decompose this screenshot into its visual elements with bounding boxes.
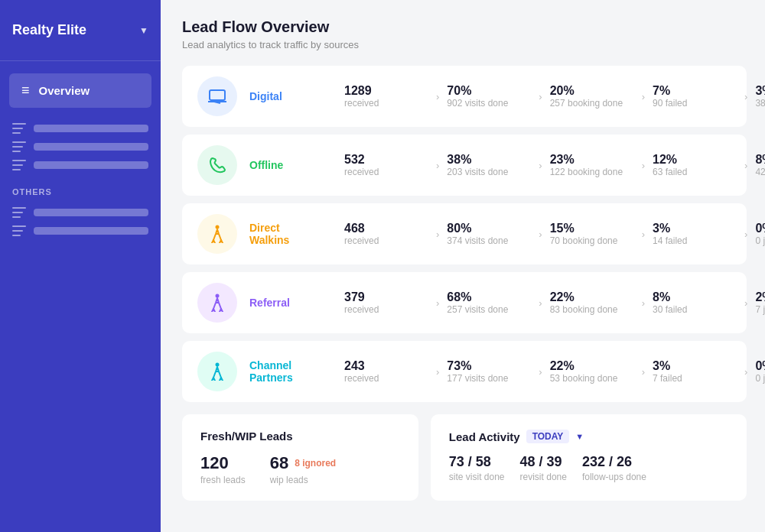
bottom-section: Fresh/WIP Leads 120 fresh leads 68 8 ign…	[182, 414, 747, 501]
channel-failed: 3% 7 failed	[653, 359, 737, 384]
lead-activity-title: Lead Activity TODAY ▼	[449, 430, 728, 443]
digital-failed-pct: 7%	[653, 84, 737, 98]
followups-number: 232 / 26	[582, 454, 646, 470]
fresh-wip-title: Fresh/WIP Leads	[200, 430, 400, 443]
offline-arrow-1: ›	[436, 160, 439, 171]
walkins-name: DirectWalkins	[249, 222, 326, 246]
walkins-junk: 0% 0 junk	[755, 222, 765, 246]
referral-arrow-3: ›	[642, 297, 645, 309]
sidebar-brand[interactable]: Realty Elite ▼	[0, 0, 161, 61]
referral-stats: 379 received › 68% 257 visits done › 22%…	[344, 290, 765, 315]
sidebar-others-item-1[interactable]	[12, 207, 148, 218]
sidebar-list-item-1[interactable]	[12, 123, 148, 134]
referral-name: Referral	[249, 297, 326, 309]
channel-name: ChannelPartners	[249, 359, 326, 384]
referral-failed: 8% 30 failed	[653, 290, 737, 315]
sidebar-others-item-2[interactable]	[12, 225, 148, 236]
revisit-number: 48 / 39	[520, 454, 567, 470]
lead-activity-title-text: Lead Activity	[449, 430, 520, 443]
today-badge[interactable]: TODAY	[526, 430, 570, 443]
referral-junk: 2% 7 junk	[755, 290, 765, 315]
fresh-wip-card: Fresh/WIP Leads 120 fresh leads 68 8 ign…	[182, 414, 418, 501]
lead-row-referral: Referral 379 received › 68% 257 visits d…	[182, 272, 747, 333]
others-section-label: OTHERS	[0, 177, 161, 201]
referral-received: 379 received	[344, 290, 428, 315]
fresh-stats: 120 fresh leads 68 8 ignored wip leads	[200, 453, 400, 485]
walkins-booking: 15% 70 booking done	[550, 222, 634, 246]
page-header: Lead Flow Overview Lead analytics to tra…	[182, 18, 747, 50]
walkins-arrow-4: ›	[744, 229, 747, 240]
digital-booking: 20% 257 booking done	[550, 84, 634, 109]
channel-arrow-2: ›	[539, 366, 542, 378]
digital-received-num: 1289	[344, 84, 428, 98]
offline-arrow-3: ›	[642, 160, 645, 171]
revisit-label: revisit done	[520, 472, 567, 482]
offline-received: 532 received	[344, 153, 428, 177]
followups-item: 232 / 26 follow-ups done	[582, 454, 646, 482]
referral-arrow-1: ›	[436, 297, 439, 309]
revisit-item: 48 / 39 revisit done	[520, 454, 567, 482]
walk-icon	[210, 225, 225, 243]
sidebar-list-item-2[interactable]	[12, 141, 148, 152]
digital-junk-lbl: 38 junk	[755, 98, 765, 109]
offline-visits: 38% 203 visits done	[447, 153, 531, 177]
svg-point-5	[216, 363, 220, 367]
page-title: Lead Flow Overview	[182, 18, 747, 36]
sidebar: Realty Elite ▼ ≡ Overview OTHERS	[0, 0, 161, 532]
walkins-arrow-1: ›	[436, 229, 439, 240]
svg-point-3	[216, 225, 220, 229]
offline-name: Offline	[249, 159, 326, 171]
digital-name: Digital	[249, 90, 326, 102]
sidebar-list-item-3[interactable]	[12, 160, 148, 170]
sidebar-item-overview[interactable]: ≡ Overview	[9, 73, 151, 108]
channel-stats: 243 received › 73% 177 visits done › 22%…	[344, 359, 765, 384]
channel-arrow-1: ›	[436, 366, 439, 378]
others-icon-2	[12, 225, 26, 236]
wip-count-item: 68 8 ignored wip leads	[270, 453, 337, 485]
others-placeholder-2	[34, 227, 148, 235]
fresh-count-label: fresh leads	[200, 475, 246, 485]
fresh-count-item: 120 fresh leads	[200, 453, 246, 485]
sidebar-others-list	[0, 201, 161, 242]
digital-icon-circle	[197, 76, 237, 116]
today-chevron-icon[interactable]: ▼	[575, 432, 584, 441]
referral-visits: 68% 257 visits done	[447, 290, 531, 315]
others-placeholder-1	[34, 209, 148, 216]
page-subtitle: Lead analytics to track traffic by sourc…	[182, 39, 747, 50]
ignored-badge: 8 ignored	[295, 458, 336, 469]
offline-arrow-4: ›	[744, 160, 747, 171]
channel-walk-icon	[210, 362, 225, 381]
channel-booking: 22% 53 booking done	[550, 359, 634, 384]
overview-icon: ≡	[21, 83, 30, 99]
sidebar-placeholder-3	[34, 161, 148, 169]
list-icon-3	[12, 160, 26, 170]
digital-received-lbl: received	[344, 98, 428, 109]
walkins-visits: 80% 374 visits done	[447, 222, 531, 246]
digital-visits-pct: 70%	[447, 84, 531, 98]
laptop-icon	[208, 87, 226, 105]
digital-visits-lbl: 902 visits done	[447, 98, 531, 109]
digital-booking-pct: 20%	[550, 84, 634, 98]
lead-row-walkins: DirectWalkins 468 received › 80% 374 vis…	[182, 203, 747, 264]
arrow-4: ›	[744, 91, 747, 102]
fresh-wip-title-text: Fresh/WIP Leads	[200, 430, 293, 443]
activity-stats: 73 / 58 site visit done 48 / 39 revisit …	[449, 454, 728, 482]
sidebar-placeholder-1	[34, 125, 148, 132]
phone-icon	[208, 156, 226, 174]
brand-chevron-icon[interactable]: ▼	[139, 25, 148, 36]
referral-arrow-2: ›	[539, 297, 542, 309]
digital-junk: 3% 38 junk	[755, 84, 765, 109]
list-icon-1	[12, 123, 26, 134]
lead-row-offline: Offline 532 received › 38% 203 visits do…	[182, 135, 747, 196]
walkins-arrow-3: ›	[642, 229, 645, 240]
arrow-1: ›	[436, 91, 439, 102]
wip-count-label: wip leads	[270, 475, 337, 485]
others-icon-1	[12, 207, 26, 218]
channel-arrow-3: ›	[642, 366, 645, 378]
list-icon-2	[12, 141, 26, 152]
lead-row-digital: Digital 1289 received › 70% 902 visits d…	[182, 66, 747, 127]
offline-failed: 12% 63 failed	[653, 153, 737, 177]
channel-arrow-4: ›	[744, 366, 747, 378]
arrow-2: ›	[539, 91, 542, 102]
svg-rect-0	[210, 90, 225, 100]
